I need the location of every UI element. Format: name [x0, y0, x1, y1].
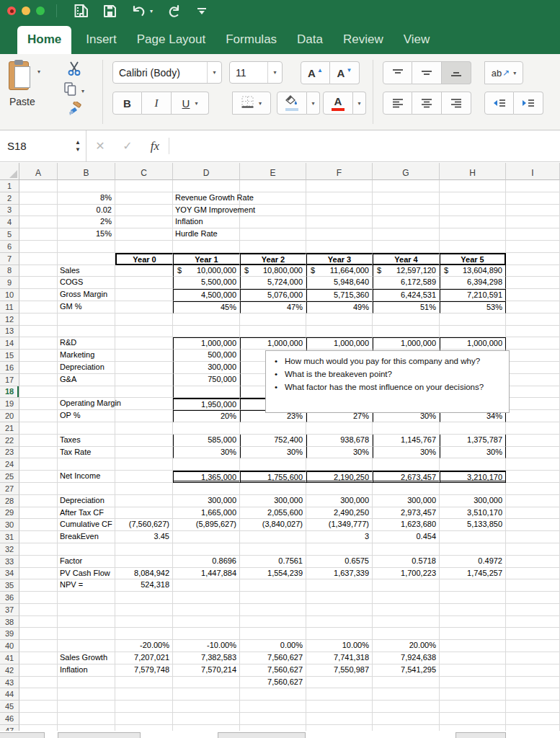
cell-C38[interactable] — [115, 616, 173, 628]
row-header-41[interactable]: 41 — [0, 652, 19, 664]
save-button[interactable] — [103, 4, 117, 18]
cell-E29[interactable]: 2,055,600 — [240, 507, 306, 520]
cell-F6[interactable] — [306, 241, 373, 253]
cell-F8[interactable]: $11,664,000 — [306, 265, 373, 277]
cell-A14[interactable] — [19, 337, 58, 350]
cell-I42[interactable] — [506, 664, 560, 677]
row-header-17[interactable]: 17 — [0, 374, 19, 386]
cell-A27[interactable] — [19, 483, 58, 495]
cell-I24[interactable] — [506, 458, 560, 471]
border-button[interactable]: ▾ — [232, 92, 271, 115]
cell-G44[interactable] — [373, 688, 440, 701]
cell-D20[interactable]: 20% — [173, 410, 240, 422]
cell-G9[interactable]: 6,172,589 — [373, 277, 440, 289]
row-header-2[interactable]: 2 — [0, 192, 19, 205]
cell-H12[interactable] — [440, 314, 506, 326]
cell-F10[interactable]: 5,715,360 — [306, 289, 373, 301]
close-button[interactable] — [7, 6, 16, 15]
cell-I14[interactable] — [506, 337, 560, 350]
cell-D46[interactable] — [173, 713, 240, 725]
align-bottom-button[interactable] — [442, 61, 471, 84]
cell-F36[interactable] — [306, 592, 373, 604]
cell-E39[interactable] — [240, 628, 306, 640]
cell-F5[interactable] — [306, 228, 373, 241]
cell-G13[interactable] — [373, 326, 440, 338]
cell-H45[interactable] — [440, 701, 506, 713]
cell-I39[interactable] — [506, 628, 560, 640]
cell-A39[interactable] — [19, 628, 58, 640]
row-header-31[interactable]: 31 — [0, 531, 19, 543]
cell-B13[interactable] — [58, 326, 115, 338]
cell-C13[interactable] — [115, 326, 173, 338]
cell-C30[interactable]: (7,560,627) — [115, 519, 173, 531]
cell-D11[interactable]: 45% — [173, 301, 240, 314]
cell-D8[interactable]: $10,000,000 — [173, 265, 240, 277]
cell-D10[interactable]: 4,500,000 — [173, 289, 240, 301]
cell-A1[interactable] — [19, 180, 58, 192]
cell-D3[interactable]: YOY GM Improvement — [173, 205, 240, 217]
row-header-9[interactable]: 9 — [0, 277, 19, 289]
cell-D19[interactable]: 1,950,000 — [173, 398, 240, 410]
cell-B3[interactable]: 0.02 — [58, 205, 115, 217]
formula-input[interactable] — [169, 130, 560, 161]
row-header-32[interactable]: 32 — [0, 543, 19, 556]
cell-A22[interactable] — [19, 435, 58, 447]
row-header-38[interactable]: 38 — [0, 616, 19, 628]
cell-H43[interactable] — [440, 677, 506, 689]
cell-E45[interactable] — [240, 701, 306, 713]
cell-C14[interactable] — [115, 337, 173, 350]
cell-H38[interactable] — [440, 616, 506, 628]
cell-E13[interactable] — [240, 326, 306, 338]
cell-E5[interactable] — [240, 228, 306, 241]
cell-G28[interactable]: 300,000 — [373, 495, 440, 507]
cell-H32[interactable] — [440, 543, 506, 556]
cell-D13[interactable] — [173, 326, 240, 338]
cell-D28[interactable]: 300,000 — [173, 495, 240, 507]
sheet-tab[interactable] — [218, 732, 306, 738]
cell-B28[interactable]: Depreciation — [58, 495, 115, 507]
cell-I19[interactable] — [506, 398, 560, 410]
row-header-12[interactable]: 12 — [0, 314, 19, 326]
row-header-34[interactable]: 34 — [0, 568, 19, 580]
cell-D6[interactable] — [173, 241, 240, 253]
align-right-button[interactable] — [442, 92, 471, 115]
row-header-35[interactable]: 35 — [0, 579, 19, 592]
cell-F42[interactable]: 7,550,987 — [306, 664, 373, 677]
cell-C39[interactable] — [115, 628, 173, 640]
cell-G8[interactable]: $12,597,120 — [373, 265, 440, 277]
cell-F23[interactable]: 30% — [306, 447, 373, 459]
cell-E43[interactable]: 7,560,627 — [240, 677, 306, 689]
copy-button[interactable]: ▾ — [63, 81, 84, 100]
cell-D25[interactable]: 1,365,000 — [173, 471, 240, 483]
cell-H37[interactable] — [440, 604, 506, 616]
cell-I41[interactable] — [506, 652, 560, 664]
tab-data[interactable]: Data — [287, 26, 333, 54]
cell-D36[interactable] — [173, 592, 240, 604]
cell-G40[interactable]: 20.00% — [373, 640, 440, 652]
cell-D30[interactable]: (5,895,627) — [173, 519, 240, 531]
cell-B20[interactable]: OP % — [58, 410, 115, 422]
cell-E4[interactable] — [240, 216, 306, 228]
cell-H44[interactable] — [440, 688, 506, 701]
column-header-B[interactable]: B — [58, 163, 115, 180]
cell-A16[interactable] — [19, 362, 58, 374]
paste-button[interactable]: ▾ — [9, 60, 40, 92]
fill-color-button[interactable]: ▾ — [277, 92, 320, 115]
cell-E36[interactable] — [240, 592, 306, 604]
row-header-42[interactable]: 42 — [0, 664, 19, 677]
cell-G45[interactable] — [373, 701, 440, 713]
grow-font-button[interactable]: A▲ — [301, 61, 330, 84]
cell-I22[interactable] — [506, 435, 560, 447]
row-header-43[interactable]: 43 — [0, 677, 19, 689]
cell-B34[interactable]: PV Cash Flow — [58, 568, 115, 580]
font-name-select[interactable]: Calibri (Body) ▾ — [112, 61, 222, 84]
cell-E2[interactable] — [240, 192, 306, 205]
cell-C44[interactable] — [115, 688, 173, 701]
tab-home[interactable]: Home — [17, 26, 71, 54]
cell-C29[interactable] — [115, 507, 173, 520]
cell-F37[interactable] — [306, 604, 373, 616]
cell-A30[interactable] — [19, 519, 58, 531]
cell-B32[interactable] — [58, 543, 115, 556]
cell-F3[interactable] — [306, 205, 373, 217]
align-left-button[interactable] — [383, 92, 412, 115]
